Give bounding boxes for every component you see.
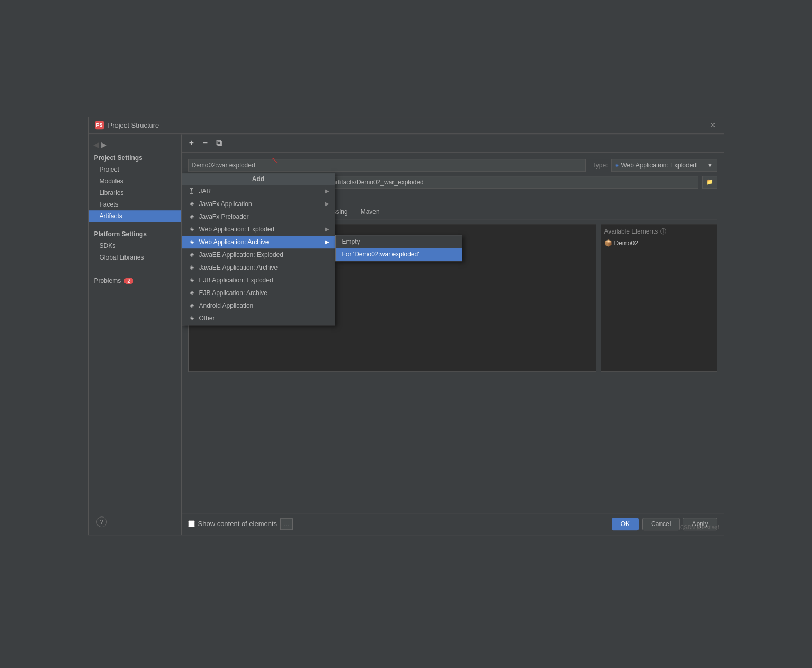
menu-item-javafx-preloader[interactable]: ◈ JavaFx Preloader [182,210,335,223]
content-area: Demo02:war exploded Type: ◈ Web Applicat… [182,153,724,513]
type-wrapper: Type: ◈ Web Application: Exploded ▼ [592,159,717,172]
artifact-name-field[interactable]: Demo02:war exploded [188,159,586,172]
platform-settings-heading: Platform Settings [89,227,181,240]
menu-item-javafx-app[interactable]: ◈ JavaFx Application ▶ [182,198,335,210]
ejb-archive-icon: ◈ [188,289,196,297]
problems-section: Problems 2 [89,274,181,288]
javaee-exploded-icon: ◈ [188,251,196,259]
javaee-archive-icon: ◈ [188,263,196,272]
menu-item-javaee-archive[interactable]: ◈ JavaEE Application: Archive [182,261,335,274]
submenu-item-empty[interactable]: Empty [336,235,462,248]
sidebar-item-modules[interactable]: Modules [89,175,181,187]
submenu-item-for-demo02[interactable]: For 'Demo02:war exploded' [336,248,462,261]
app-icon: PS [95,121,104,129]
title-bar: PS Project Structure ✕ [89,117,724,134]
name-type-row: Demo02:war exploded Type: ◈ Web Applicat… [188,159,717,172]
available-help-button[interactable]: ⓘ [660,227,666,236]
other-icon: ◈ [188,314,196,323]
nav-arrows: ◀ ▶ [89,138,181,151]
remove-button[interactable]: − [200,137,211,149]
help-button[interactable]: ? [96,516,107,527]
title-bar-left: PS Project Structure [95,121,159,129]
sidebar-item-project[interactable]: Project [89,164,181,175]
web-archive-submenu: Empty For 'Demo02:war exploded' [335,235,462,261]
jar-submenu-arrow: ▶ [325,188,329,194]
main-content: ◀ ▶ Project Settings Project Modules Lib… [89,134,724,535]
web-exploded-submenu-arrow: ▶ [325,226,329,232]
menu-item-android[interactable]: ◈ Android Application [182,299,335,312]
show-content-row: Show content of elements ... [188,518,293,530]
menu-item-jar[interactable]: 🗄 JAR ▶ [182,185,335,198]
sidebar-item-artifacts[interactable]: Artifacts [89,210,181,222]
close-button[interactable]: ✕ [709,121,717,129]
module-icon: 📦 [604,239,612,247]
sidebar-item-libraries[interactable]: Libraries [89,187,181,199]
type-select[interactable]: ◈ Web Application: Exploded ▼ [611,159,717,172]
menu-item-web-archive[interactable]: ◈ Web Application: Archive ▶ [182,236,335,248]
cancel-button[interactable]: Cancel [642,518,680,530]
web-archive-icon: ◈ [188,238,196,246]
back-arrow[interactable]: ◀ [93,140,99,149]
dialog-title: Project Structure [108,121,159,129]
sidebar-item-facets[interactable]: Facets [89,199,181,210]
menu-item-javaee-exploded[interactable]: ◈ JavaEE Application: Exploded [182,248,335,261]
menu-item-web-exploded[interactable]: ◈ Web Application: Exploded ▶ [182,223,335,236]
add-button[interactable]: + [186,137,198,149]
available-item-demo02: 📦 Demo02 [604,238,713,248]
dots-button[interactable]: ... [280,518,293,530]
sidebar-item-problems[interactable]: Problems 2 [89,274,181,288]
web-exploded-icon: ◈ [188,225,196,234]
ejb-exploded-icon: ◈ [188,276,196,284]
menu-item-ejb-exploded[interactable]: ◈ EJB Application: Exploded [182,274,335,287]
forward-arrow[interactable]: ▶ [101,140,107,149]
watermark: CSDN @testleaf [680,524,719,530]
javafx-preloader-icon: ◈ [188,212,196,221]
type-dropdown-arrow: ▼ [707,162,713,169]
web-archive-submenu-arrow: ▶ [325,239,329,245]
toolbar: + − ⧉ [182,134,724,153]
problems-badge: 2 [124,278,133,284]
add-menu: Add 🗄 JAR ▶ ◈ JavaFx Application ▶ [182,173,335,325]
bottom-bar: Show content of elements ... OK Cancel A… [182,513,724,535]
add-menu-title: Add [182,173,335,185]
sidebar-item-sdks[interactable]: SDKs [89,240,181,252]
menu-item-ejb-archive[interactable]: ◈ EJB Application: Archive [182,287,335,299]
available-elements-title: Available Elements ⓘ [604,227,713,236]
javafx-app-icon: ◈ [188,200,196,208]
project-settings-heading: Project Settings [89,151,181,164]
android-icon: ◈ [188,301,196,310]
ok-button[interactable]: OK [612,518,639,530]
available-elements-panel: Available Elements ⓘ 📦 Demo02 [601,224,717,372]
javafx-app-submenu-arrow: ▶ [325,201,329,207]
browse-folder-button[interactable]: 📁 [702,176,717,189]
sidebar: ◀ ▶ Project Settings Project Modules Lib… [89,134,182,535]
tab-maven[interactable]: Maven [354,206,386,219]
project-structure-dialog: PS Project Structure ✕ ◀ ▶ Project Setti… [88,117,724,535]
jar-icon: 🗄 [188,187,196,195]
right-panel: + − ⧉ Demo02:war exploded Type: ◈ Web Ap… [182,134,724,535]
type-icon: ◈ [615,162,619,168]
sidebar-item-global-libraries[interactable]: Global Libraries [89,252,181,263]
copy-button[interactable]: ⧉ [213,137,225,149]
menu-item-other[interactable]: ◈ Other [182,312,335,325]
show-content-checkbox[interactable] [188,520,195,527]
